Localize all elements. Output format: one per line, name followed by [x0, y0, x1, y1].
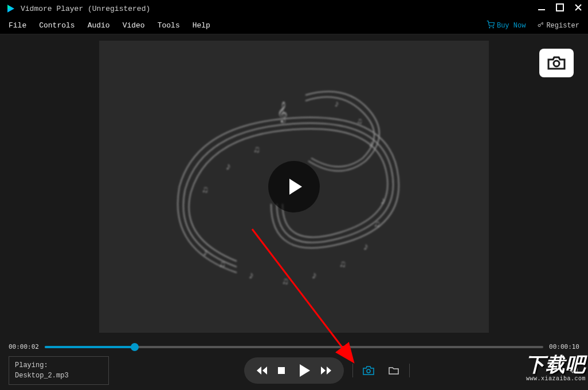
window-title: Vidmore Player (Unregistered) — [21, 5, 150, 13]
buy-now-label: Buy Now — [497, 22, 526, 30]
open-folder-button[interactable] — [384, 361, 403, 380]
svg-text:♫: ♫ — [283, 277, 288, 287]
playback-controls — [244, 357, 344, 384]
svg-text:♪: ♪ — [380, 195, 386, 207]
svg-text:♫: ♫ — [202, 185, 208, 195]
svg-point-35 — [367, 369, 370, 373]
register-label: Register — [546, 22, 579, 30]
svg-text:♪: ♪ — [202, 247, 209, 258]
svg-marker-25 — [289, 179, 302, 195]
key-icon — [537, 21, 544, 30]
app-logo-icon — [6, 3, 16, 14]
volume-icon — [567, 364, 579, 375]
camera-icon — [546, 55, 567, 71]
progress-fill — [45, 346, 135, 348]
svg-text:♫: ♫ — [340, 259, 346, 270]
menu-video[interactable]: Video — [123, 21, 145, 30]
rewind-icon — [256, 365, 268, 376]
svg-text:♪: ♪ — [248, 270, 254, 281]
svg-text:♫: ♫ — [254, 145, 260, 155]
playing-label: Playing: — [15, 360, 103, 371]
folder-icon — [388, 365, 399, 376]
menu-controls[interactable]: Controls — [39, 21, 75, 30]
volume-button[interactable] — [567, 364, 579, 378]
svg-marker-34 — [327, 367, 331, 375]
svg-text:♪: ♪ — [225, 161, 232, 172]
register-link[interactable]: Register — [537, 21, 579, 30]
menu-tools[interactable]: Tools — [158, 21, 180, 30]
snapshot-button[interactable] — [539, 49, 574, 77]
play-icon — [296, 363, 311, 378]
svg-text:𝄞: 𝄞 — [277, 101, 288, 124]
forward-icon — [320, 365, 332, 376]
screenshot-small-button[interactable] — [359, 361, 378, 380]
svg-point-8 — [538, 24, 540, 26]
bottom-controls: 00:00:02 00:00:10 Playing: Desktop_2.mp3 — [0, 338, 588, 390]
svg-text:♪: ♪ — [363, 241, 369, 253]
total-time: 00:00:10 — [549, 343, 579, 350]
menu-audio[interactable]: Audio — [88, 21, 110, 30]
svg-marker-29 — [257, 367, 261, 375]
stop-button[interactable] — [272, 361, 291, 380]
now-playing-box: Playing: Desktop_2.mp3 — [9, 356, 109, 385]
play-button[interactable] — [291, 361, 316, 380]
play-icon — [283, 175, 305, 198]
svg-text:♫: ♫ — [357, 117, 362, 126]
svg-marker-36 — [568, 365, 573, 373]
menu-bar: File Controls Audio Video Tools Help Buy… — [0, 17, 588, 34]
camera-small-icon — [362, 365, 375, 376]
svg-marker-32 — [300, 364, 310, 377]
svg-point-26 — [554, 61, 559, 66]
svg-rect-2 — [538, 9, 545, 10]
buy-now-link[interactable]: Buy Now — [487, 21, 526, 31]
stop-icon — [277, 366, 286, 375]
svg-marker-30 — [262, 367, 267, 375]
svg-text:♫: ♫ — [219, 259, 225, 270]
content-area: 𝄞 ♪ ♫ ♪ ♫ ♪ ♫ ♪ ♫ ♪ ♫ ♪ ♫ ♪ ♫ ♪ — [0, 34, 588, 338]
minimize-button[interactable] — [538, 3, 546, 14]
rewind-button[interactable] — [252, 361, 272, 380]
progress-bar[interactable] — [45, 346, 543, 348]
svg-text:♪: ♪ — [369, 139, 374, 149]
divider — [409, 364, 410, 377]
video-display[interactable]: 𝄞 ♪ ♫ ♪ ♫ ♪ ♫ ♪ ♫ ♪ ♫ ♪ ♫ ♪ ♫ ♪ — [99, 41, 489, 333]
close-button[interactable] — [574, 3, 582, 14]
progress-thumb[interactable] — [131, 343, 139, 351]
svg-rect-31 — [278, 367, 285, 374]
forward-button[interactable] — [316, 361, 336, 380]
svg-text:♫: ♫ — [374, 219, 380, 230]
playing-file: Desktop_2.mp3 — [15, 371, 103, 381]
svg-point-6 — [489, 27, 490, 27]
current-time: 00:00:02 — [9, 343, 39, 350]
svg-point-7 — [493, 27, 493, 27]
svg-marker-33 — [321, 367, 326, 375]
big-play-button[interactable] — [268, 161, 320, 212]
title-bar: Vidmore Player (Unregistered) — [0, 0, 588, 17]
menu-file[interactable]: File — [9, 21, 26, 30]
svg-text:♪: ♪ — [334, 99, 340, 109]
divider — [352, 364, 353, 377]
maximize-button[interactable] — [556, 3, 564, 14]
svg-rect-3 — [556, 4, 563, 11]
menu-help[interactable]: Help — [193, 21, 210, 30]
cart-icon — [487, 21, 495, 31]
svg-text:♪: ♪ — [311, 270, 317, 281]
